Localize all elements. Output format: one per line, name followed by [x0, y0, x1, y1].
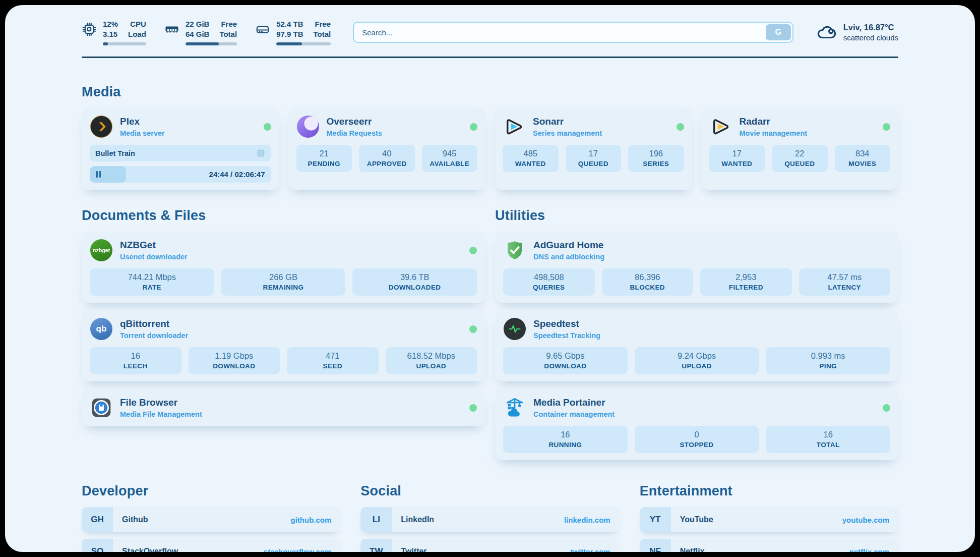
link-url[interactable]: youtube.com	[842, 516, 889, 524]
nzbget-card[interactable]: nzbget NZBGet Usenet downloader 744.21 M…	[82, 232, 485, 303]
link-name: Netflix	[680, 547, 705, 552]
link-abbr-badge: GH	[82, 507, 113, 532]
radarr-card[interactable]: Radarr Movie management 17WANTED 22QUEUE…	[701, 108, 899, 190]
link-name: YouTube	[680, 515, 713, 524]
status-badge	[883, 123, 890, 131]
overseerr-icon	[297, 116, 319, 138]
status-badge	[470, 123, 477, 131]
link-url[interactable]: stackoverflow.com	[264, 547, 332, 552]
stat-chip: 945AVAILABLE	[422, 145, 478, 172]
sonarr-icon	[503, 115, 526, 138]
cpu-load-value: 3.15	[103, 29, 118, 39]
card-subtitle: Media File Management	[120, 410, 202, 418]
link-row-twitter[interactable]: TW Twitter twitter.com	[360, 539, 619, 552]
disk-icon	[255, 22, 270, 37]
section-title-media: Media	[82, 84, 898, 100]
search-bar: G	[353, 22, 793, 43]
ram-total-label: Total	[219, 29, 237, 39]
link-row-github[interactable]: GH Github github.com	[82, 507, 340, 532]
link-abbr-badge: YT	[640, 507, 671, 532]
card-title: NZBGet	[120, 240, 188, 251]
section-title-documents: Documents & Files	[82, 208, 485, 224]
link-name: LinkedIn	[401, 515, 434, 524]
link-url[interactable]: github.com	[291, 516, 332, 524]
card-subtitle: DNS and adblocking	[533, 253, 604, 261]
filebrowser-card[interactable]: File Browser Media File Management	[82, 389, 485, 426]
cpu-progress-fill	[103, 42, 108, 45]
stat-chip: 498,508QUERIES	[503, 268, 595, 296]
card-title: File Browser	[120, 397, 202, 409]
top-bar: 12% 3.15 CPU Load	[82, 5, 898, 45]
gear-icon[interactable]	[256, 148, 266, 158]
pause-icon	[96, 171, 98, 178]
cpu-percent: 12%	[103, 19, 118, 29]
link-abbr-badge: NF	[640, 539, 671, 552]
stat-chip: 17QUEUED	[566, 145, 622, 172]
portainer-card[interactable]: Media Portainer Container management 16R…	[495, 389, 898, 460]
card-title: Sonarr	[533, 116, 602, 128]
status-badge	[677, 123, 684, 131]
system-stats: 12% 3.15 CPU Load	[82, 19, 331, 45]
social-section: Social LI LinkedIn linkedin.com TW Twitt…	[360, 483, 619, 552]
link-row-linkedin[interactable]: LI LinkedIn linkedin.com	[360, 507, 619, 532]
status-badge	[883, 404, 890, 412]
disk-free-label: Free	[313, 19, 331, 29]
weather-location-temp: Lviv, 16.87°C	[843, 23, 898, 32]
ram-free-label: Free	[219, 19, 237, 29]
developer-section: Developer GH Github github.com SO StackO…	[82, 483, 340, 552]
link-url[interactable]: twitter.com	[570, 547, 610, 552]
speedtest-card[interactable]: Speedtest Speedtest Tracking 9.65 GbpsDO…	[495, 310, 898, 381]
stat-chip: 40APPROVED	[359, 145, 415, 172]
link-url[interactable]: netflix.com	[849, 547, 889, 552]
link-abbr-badge: SO	[82, 539, 113, 552]
stat-chip: 47.57 msLATENCY	[799, 268, 891, 296]
sonarr-card[interactable]: Sonarr Series management 485WANTED 17QUE…	[495, 108, 692, 190]
link-row-youtube[interactable]: YT YouTube youtube.com	[640, 507, 898, 532]
card-subtitle: Container management	[533, 410, 615, 418]
status-badge	[469, 247, 477, 254]
stat-chip: 196SERIES	[628, 145, 684, 172]
disk-total-label: Total	[313, 29, 331, 39]
stat-chip: 39.6 TBDOWNLOADED	[352, 268, 477, 296]
stat-chip: 485WANTED	[503, 145, 559, 172]
link-abbr-badge: LI	[360, 507, 392, 532]
qbittorrent-card[interactable]: qb qBittorrent Torrent downloader 16LEEC…	[82, 310, 485, 381]
ram-stat: 22 GiB 64 GiB Free Total	[164, 19, 237, 45]
nzbget-icon: nzbget	[90, 239, 112, 261]
card-title: Speedtest	[533, 318, 600, 330]
filebrowser-icon	[90, 396, 113, 419]
weather-condition: scattered clouds	[843, 33, 898, 42]
stat-chip: 618.52 MbpsUPLOAD	[386, 347, 477, 374]
plex-card[interactable]: Plex Media server Bullet Train	[82, 108, 279, 190]
stat-chip: 17WANTED	[709, 145, 765, 172]
search-input[interactable]	[353, 22, 793, 43]
ram-icon	[164, 22, 179, 37]
section-title-utilities: Utilities	[495, 208, 898, 224]
stat-chip: 0.993 msPING	[766, 347, 890, 374]
disk-progress-track	[276, 42, 331, 45]
portainer-icon	[503, 396, 526, 419]
card-subtitle: Series management	[533, 129, 602, 137]
plex-icon	[90, 116, 112, 138]
link-row-netflix[interactable]: NF Netflix netflix.com	[640, 539, 898, 552]
card-subtitle: Media server	[120, 129, 165, 137]
entertainment-section: Entertainment YT YouTube youtube.com NF …	[640, 483, 898, 552]
stat-chip: 22QUEUED	[772, 145, 828, 172]
adguard-card[interactable]: AdGuard Home DNS and adblocking 498,508Q…	[495, 232, 898, 303]
topbar-divider	[82, 57, 898, 58]
link-url[interactable]: linkedin.com	[564, 516, 610, 524]
disk-stat: 52.4 TB 97.9 TB Free Total	[255, 19, 331, 45]
link-row-stackoverflow[interactable]: SO StackOverflow stackoverflow.com	[82, 539, 340, 552]
speedtest-icon	[504, 318, 526, 340]
search-engine-button[interactable]: G	[766, 24, 791, 40]
stat-chip: 16TOTAL	[766, 426, 890, 453]
cloud-icon	[816, 22, 837, 43]
ram-free-value: 22 GiB	[186, 19, 210, 29]
card-title: qBittorrent	[120, 318, 188, 330]
overseerr-card[interactable]: Overseerr Media Requests 21PENDING 40APP…	[288, 108, 486, 190]
status-badge	[469, 325, 477, 333]
section-title-developer: Developer	[82, 483, 340, 499]
qbittorrent-icon: qb	[90, 318, 112, 340]
now-playing-title: Bullet Train	[95, 149, 135, 157]
playback-progress-track[interactable]: 24:44 / 02:06:47	[90, 166, 271, 183]
